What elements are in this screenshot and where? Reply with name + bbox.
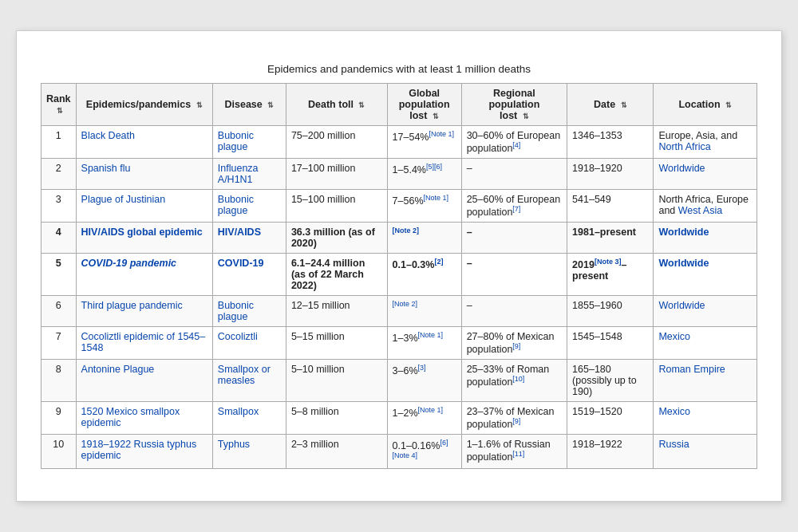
disease-link[interactable]: Cocoliztli (218, 331, 258, 342)
location-link[interactable]: West Asia (678, 205, 722, 216)
cell-epidemic: COVID-19 pandemic (76, 253, 212, 295)
location-link[interactable]: Mexico (658, 331, 690, 342)
cell-date: 1981–present (567, 222, 654, 253)
cell-global-pop: 3–6%[3] (387, 360, 461, 402)
cell-date: 1918–1920 (567, 158, 654, 189)
location-link[interactable]: Russia (658, 439, 689, 450)
cell-epidemic: 1520 Mexico smallpox epidemic (76, 402, 212, 435)
cell-death-toll: 6.1–24.4 million (as of 22 March 2022) (286, 253, 387, 295)
cell-disease: Cocoliztli (212, 326, 286, 359)
cell-date: 1918–1922 (567, 435, 654, 469)
cell-date: 1519–1520 (567, 402, 654, 435)
col-disease[interactable]: Disease ⇅ (212, 83, 286, 125)
cell-global-pop: 1–5.4%[5][6] (387, 158, 461, 189)
cell-rank: 4 (41, 222, 77, 253)
cell-date: 165–180 (possibly up to 190) (567, 360, 654, 402)
cell-regional-pop: 25–33% of Roman population[10] (461, 360, 567, 402)
epidemic-link[interactable]: Spanish flu (81, 163, 131, 174)
epidemic-link[interactable]: 1918–1922 Russia typhus epidemic (81, 439, 197, 461)
col-rank[interactable]: Rank ⇅ (41, 83, 77, 125)
cell-regional-pop: 25–60% of European population[7] (461, 189, 567, 222)
cell-regional-pop: – (461, 158, 567, 189)
cell-global-pop: 7–56%[Note 1] (387, 189, 461, 222)
cell-global-pop: 1–2%[Note 1] (387, 402, 461, 435)
sort-icon-disease: ⇅ (267, 101, 274, 109)
cell-global-pop: 0.1–0.16%[6][Note 4] (387, 435, 461, 469)
cell-rank: 10 (41, 435, 77, 469)
cell-date: 1346–1353 (567, 125, 654, 158)
cell-epidemic: 1918–1922 Russia typhus epidemic (76, 435, 212, 469)
cell-death-toll: 17–100 million (286, 158, 387, 189)
epidemic-link[interactable]: Third plague pandemic (81, 300, 183, 311)
table-row: 6Third plague pandemicBubonic plague12–1… (41, 295, 757, 326)
location-link[interactable]: North Africa (658, 141, 710, 152)
cell-epidemic: Cocoliztli epidemic of 1545–1548 (76, 326, 212, 359)
cell-disease: Smallpox or measles (212, 360, 286, 402)
cell-location: Mexico (654, 402, 757, 435)
epidemic-link[interactable]: Antonine Plague (81, 364, 155, 375)
location-link[interactable]: Worldwide (658, 300, 705, 311)
location-link[interactable]: Mexico (658, 406, 690, 417)
cell-disease: Typhus (212, 435, 286, 469)
col-regional-pop[interactable]: Regional populationlost ⇅ (461, 83, 567, 125)
cell-location: Russia (654, 435, 757, 469)
cell-disease: Bubonic plague (212, 125, 286, 158)
cell-regional-pop: – (461, 253, 567, 295)
epidemic-link[interactable]: Black Death (81, 130, 135, 141)
disease-link[interactable]: Bubonic plague (218, 130, 254, 152)
table-row: 5COVID-19 pandemicCOVID-196.1–24.4 milli… (41, 253, 757, 295)
epidemic-link[interactable]: Cocoliztli epidemic of 1545–1548 (81, 331, 206, 353)
location-link[interactable]: Worldwide (658, 227, 709, 238)
note-sup: [Note 1] (418, 331, 444, 339)
regional-note-sup: [7] (512, 205, 520, 213)
cell-death-toll: 36.3 million (as of 2020) (286, 222, 387, 253)
cell-rank: 9 (41, 402, 77, 435)
disease-link[interactable]: Influenza A/H1N1 (218, 163, 259, 185)
disease-link[interactable]: Smallpox or measles (218, 364, 271, 386)
location-link[interactable]: Roman Empire (658, 364, 725, 375)
epidemic-link[interactable]: COVID-19 pandemic (81, 258, 176, 269)
sort-icon-date: ⇅ (621, 101, 627, 109)
disease-link[interactable]: COVID-19 (218, 258, 264, 269)
cell-regional-pop: – (461, 295, 567, 326)
disease-link[interactable]: Bubonic plague (218, 194, 254, 216)
cell-regional-pop: – (461, 222, 567, 253)
disease-link[interactable]: Bubonic plague (218, 300, 254, 322)
cell-date: 2019[Note 3]–present (567, 253, 654, 295)
regional-note-sup: [11] (512, 450, 524, 458)
table-row: 3Plague of JustinianBubonic plague15–100… (41, 189, 757, 222)
cell-regional-pop: 27–80% of Mexican population[9] (461, 326, 567, 359)
sort-icon-global-pop: ⇅ (433, 112, 439, 120)
note-sup: [Note 1] (424, 194, 449, 202)
note-sup: [5][6] (426, 163, 442, 171)
disease-link[interactable]: Smallpox (218, 406, 259, 417)
cell-death-toll: 5–8 million (286, 402, 387, 435)
col-death-toll[interactable]: Death toll ⇅ (286, 83, 387, 125)
cell-location: Worldwide (654, 295, 757, 326)
cell-epidemic: Third plague pandemic (76, 295, 212, 326)
cell-disease: Influenza A/H1N1 (212, 158, 286, 189)
cell-disease: COVID-19 (212, 253, 286, 295)
col-location[interactable]: Location ⇅ (654, 83, 757, 125)
cell-date: 1545–1548 (567, 326, 654, 359)
epidemic-link[interactable]: HIV/AIDS global epidemic (81, 227, 203, 238)
location-link[interactable]: Worldwide (658, 163, 705, 174)
col-global-pop[interactable]: Globalpopulation lost ⇅ (387, 83, 461, 125)
disease-link[interactable]: Typhus (218, 439, 250, 450)
disease-link[interactable]: HIV/AIDS (218, 227, 261, 238)
regional-note-sup: [4] (512, 141, 520, 149)
cell-location: Europe, Asia, and North Africa (654, 125, 757, 158)
cell-disease: Smallpox (212, 402, 286, 435)
cell-global-pop: 1–3%[Note 1] (387, 326, 461, 359)
cell-disease: Bubonic plague (212, 189, 286, 222)
cell-global-pop: 17–54%[Note 1] (387, 125, 461, 158)
cell-death-toll: 5–15 million (286, 326, 387, 359)
col-date[interactable]: Date ⇅ (567, 83, 654, 125)
col-epidemics[interactable]: Epidemics/pandemics ⇅ (76, 83, 212, 125)
epidemic-link[interactable]: 1520 Mexico smallpox epidemic (81, 406, 180, 428)
epidemic-link[interactable]: Plague of Justinian (81, 194, 166, 205)
location-link[interactable]: Worldwide (658, 258, 709, 269)
sort-icon-regional-pop: ⇅ (523, 112, 529, 120)
date-note-sup: [Note 3] (595, 258, 622, 266)
cell-date: 1855–1960 (567, 295, 654, 326)
